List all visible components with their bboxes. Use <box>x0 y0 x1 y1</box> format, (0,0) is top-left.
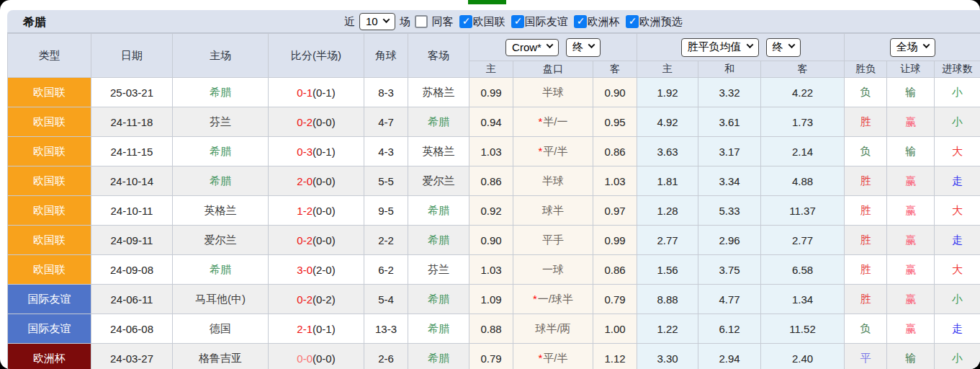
handicap-result-cell: 输 <box>887 78 935 107</box>
handicap-away-odds: 0.97 <box>593 196 637 226</box>
handicap-line: 球半 <box>513 196 593 226</box>
filter-label: 欧国联 <box>473 15 505 29</box>
avg-home-odds: 3.63 <box>637 137 698 166</box>
goals-result-cell: 走 <box>935 314 980 344</box>
bookmaker-select[interactable]: Crow* <box>505 39 559 56</box>
home-team: 希腊 <box>173 137 269 166</box>
corners-cell: 5-5 <box>364 166 408 196</box>
chevron-down-icon <box>588 41 595 48</box>
handicap-away-odds: 0.99 <box>593 226 637 255</box>
score-cell: 1-2(0-0) <box>269 196 364 226</box>
league-badge: 欧国联 <box>8 137 91 166</box>
recent-count-select[interactable]: 10 <box>359 13 395 30</box>
result-cell: 负 <box>845 78 887 107</box>
handicap-home-odds: 0.79 <box>469 344 513 369</box>
handicap-result-cell: 赢 <box>887 196 935 226</box>
filter-toolbar: 希腊 近 10 场 同客 欧国联 国际友谊 欧洲杯 欧洲预选 <box>7 10 980 33</box>
subcol-avg-draw: 和 <box>698 61 761 78</box>
away-team: 希腊 <box>408 196 469 226</box>
result-group-header: 全场 <box>845 34 980 61</box>
home-team: 希腊 <box>173 166 269 196</box>
result-cell: 胜 <box>845 255 887 285</box>
goals-result-cell: 小 <box>935 78 980 107</box>
handicap-line: 平手 <box>513 226 593 255</box>
match-date: 24-09-11 <box>91 226 173 255</box>
table-row: 欧洲杯 24-03-27 格鲁吉亚 0-0(0-0) 2-6 希腊 0.79 *… <box>8 344 980 369</box>
score-cell: 0-3(0-1) <box>269 137 364 166</box>
home-team: 芬兰 <box>173 107 269 137</box>
handicap-result-cell: 赢 <box>887 314 935 344</box>
handicap-result-cell: 赢 <box>887 166 935 196</box>
period-select[interactable]: 全场 <box>890 38 935 57</box>
filter-label: 国际友谊 <box>525 15 568 29</box>
result-cell: 负 <box>845 137 887 166</box>
avg-away-odds: 4.88 <box>761 166 845 196</box>
avg-draw-odds: 3.17 <box>698 137 761 166</box>
table-body: 欧国联 25-03-21 希腊 0-1(0-1) 8-3 苏格兰 0.99 半球… <box>8 78 980 369</box>
league-badge: 国际友谊 <box>8 285 91 314</box>
match-date: 24-06-08 <box>91 314 173 344</box>
handicap-away-odds: 0.79 <box>593 285 637 314</box>
corners-cell: 2-2 <box>364 226 408 255</box>
subcol-handicap-line: 盘口 <box>513 61 593 78</box>
goals-result-cell: 走 <box>935 226 980 255</box>
handicap-line: 半球 <box>513 78 593 107</box>
handicap-result-cell: 输 <box>887 137 935 166</box>
table-row: 欧国联 24-09-08 希腊 3-0(2-0) 6-2 芬兰 1.03 一球 … <box>8 255 980 285</box>
match-date: 24-10-11 <box>91 196 173 226</box>
team-title: 希腊 <box>23 15 46 30</box>
col-header-away: 客场 <box>408 34 469 78</box>
avg-home-odds: 3.30 <box>637 344 698 369</box>
handicap-away-odds: 1.03 <box>593 166 637 196</box>
partial-green-tab[interactable] <box>468 0 506 4</box>
col-header-score: 比分(半场) <box>269 34 364 78</box>
subcol-result: 胜负 <box>845 61 887 78</box>
average-odds-select[interactable]: 胜平负均值 <box>681 38 759 57</box>
filter-checkbox-euro[interactable] <box>574 15 587 28</box>
table-row: 欧国联 24-11-18 芬兰 0-2(0-0) 4-7 希腊 0.94 *半/… <box>8 107 980 137</box>
corners-cell: 9-5 <box>364 196 408 226</box>
result-cell: 胜 <box>845 166 887 196</box>
filter-checkbox-nations-league[interactable] <box>459 15 472 28</box>
table-header: 类型 日期 主场 比分(半场) 角球 客场 Crow* 终 胜平负均值 <box>8 34 980 78</box>
handicap-line: *一/球半 <box>513 285 593 314</box>
match-date: 24-11-18 <box>91 107 173 137</box>
avg-away-odds: 11.37 <box>761 196 845 226</box>
score-cell: 2-0(0-0) <box>269 166 364 196</box>
filter-label: 欧洲杯 <box>588 15 620 29</box>
corners-cell: 4-7 <box>364 107 408 137</box>
odds-time-select-2[interactable]: 终 <box>766 38 801 57</box>
score-cell: 0-2(0-0) <box>269 226 364 255</box>
handicap-result-cell: 赢 <box>887 226 935 255</box>
league-badge: 欧国联 <box>8 78 91 107</box>
avg-draw-odds: 6.12 <box>698 314 761 344</box>
home-team: 马耳他(中) <box>173 285 269 314</box>
corners-cell: 2-6 <box>364 344 408 369</box>
avg-away-odds: 4.22 <box>761 78 845 107</box>
score-cell: 0-2(0-2) <box>269 285 364 314</box>
league-badge: 欧洲杯 <box>8 344 91 369</box>
col-header-date: 日期 <box>91 34 173 78</box>
avg-draw-odds: 3.34 <box>698 166 761 196</box>
avg-away-odds: 1.34 <box>761 285 845 314</box>
avg-home-odds: 1.92 <box>637 78 698 107</box>
handicap-away-odds: 0.90 <box>593 78 637 107</box>
filter-checkbox-friendly[interactable] <box>511 15 524 28</box>
away-team: 苏格兰 <box>408 78 469 107</box>
handicap-home-odds: 0.88 <box>469 314 513 344</box>
goals-result-cell: 走 <box>935 166 980 196</box>
subcol-goals-result: 进球数 <box>935 61 980 78</box>
chevron-down-icon <box>746 41 753 48</box>
matches-label: 场 <box>400 15 410 29</box>
same-opponent-checkbox[interactable] <box>415 15 428 28</box>
result-cell: 胜 <box>845 226 887 255</box>
handicap-away-odds: 0.86 <box>593 137 637 166</box>
odds-time-select-1[interactable]: 终 <box>566 38 601 57</box>
table-row: 欧国联 25-03-21 希腊 0-1(0-1) 8-3 苏格兰 0.99 半球… <box>8 78 980 107</box>
score-cell: 3-0(2-0) <box>269 255 364 285</box>
match-date: 24-03-27 <box>91 344 173 369</box>
average-odds-group-header: 胜平负均值 终 <box>637 34 845 61</box>
goals-result-cell: 大 <box>935 196 980 226</box>
filter-checkbox-euro-qual[interactable] <box>626 15 639 28</box>
goals-result-cell: 大 <box>935 137 980 166</box>
